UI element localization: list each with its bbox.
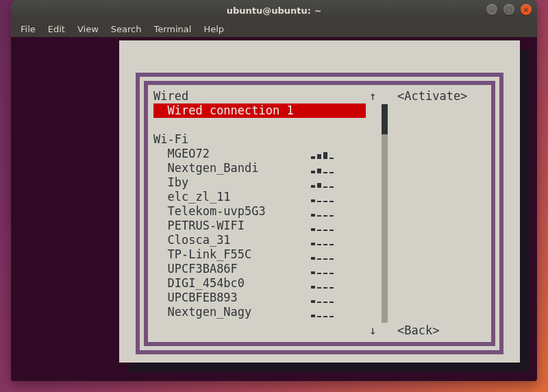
signal-icon [311, 307, 338, 317]
menu-search[interactable]: Search [105, 23, 147, 36]
signal-icon [311, 163, 338, 173]
wifi-label: elc_zl_11 [167, 190, 311, 204]
signal-icon [311, 149, 338, 159]
wifi-item[interactable]: DIGI_454bc0 [153, 276, 366, 291]
wifi-label: Closca_31 [167, 233, 311, 247]
wifi-label: UPCBFEB893 [167, 291, 311, 305]
connection-list[interactable]: Wired Wired connection 1 Wi-Fi MGEO72 Ne… [153, 89, 366, 338]
wired-item-label: Wired connection 1 [167, 103, 293, 117]
scroll-down-arrow-icon[interactable]: ↓ [366, 323, 379, 338]
wifi-item[interactable]: UPCBFEB893 [153, 291, 366, 305]
menu-help[interactable]: Help [198, 23, 229, 36]
wifi-label: Nextgen_Bandi [167, 161, 311, 175]
nmtui-panel: Wired Wired connection 1 Wi-Fi MGEO72 Ne… [119, 40, 520, 363]
wifi-label: MGEO72 [167, 147, 311, 161]
maximize-icon: ▢ [506, 6, 512, 14]
spacer-row [153, 118, 366, 132]
wifi-item[interactable]: MGEO72 [153, 147, 366, 161]
menu-edit[interactable]: Edit [42, 23, 71, 36]
close-icon: ✕ [523, 6, 529, 14]
wifi-label: Nextgen_Nagy [167, 305, 311, 319]
wifi-label: Telekom-uvp5G3 [167, 204, 311, 219]
close-button[interactable]: ✕ [521, 4, 532, 15]
window-controls: – ▢ ✕ [486, 4, 532, 15]
signal-icon [311, 177, 338, 188]
wired-connection-item[interactable]: Wired connection 1 [153, 103, 366, 118]
titlebar[interactable]: ubuntu@ubuntu: ~ – ▢ ✕ [11, 0, 537, 21]
maximize-button[interactable]: ▢ [503, 4, 514, 15]
signal-icon [311, 249, 338, 260]
wired-header: Wired [153, 89, 366, 103]
scrollbar[interactable] [382, 104, 388, 323]
menubar: File Edit View Search Terminal Help [11, 21, 537, 37]
wifi-item[interactable]: Nextgen_Bandi [153, 161, 366, 175]
signal-icon [311, 192, 338, 202]
signal-icon [311, 235, 338, 245]
menu-view[interactable]: View [72, 23, 104, 36]
menu-terminal[interactable]: Terminal [148, 23, 197, 36]
wifi-header: Wi-Fi [153, 132, 366, 147]
signal-icon [311, 264, 338, 274]
scrollbar-track[interactable] [379, 89, 389, 338]
wifi-item[interactable]: Iby [153, 175, 366, 190]
wifi-item[interactable]: elc_zl_11 [153, 190, 366, 204]
activate-button[interactable]: <Activate> [397, 89, 480, 103]
wifi-label: PETRUS-WIFI [167, 219, 311, 233]
content: Wired Wired connection 1 Wi-Fi MGEO72 Ne… [153, 89, 487, 338]
minimize-icon: – [490, 6, 494, 14]
arrow-column: ↑ ↓ [366, 89, 379, 338]
terminal-window: ubuntu@ubuntu: ~ – ▢ ✕ File Edit View Se… [11, 0, 537, 381]
wifi-label: DIGI_454bc0 [167, 276, 311, 291]
wifi-item[interactable]: PETRUS-WIFI [153, 219, 366, 233]
window-title: ubuntu@ubuntu: ~ [11, 5, 537, 16]
outer-frame: Wired Wired connection 1 Wi-Fi MGEO72 Ne… [136, 73, 503, 354]
menu-file[interactable]: File [15, 23, 41, 36]
wifi-item[interactable]: Closca_31 [153, 233, 366, 247]
signal-icon [311, 221, 338, 231]
wifi-item[interactable]: UPCF3BA86F [153, 262, 366, 276]
wifi-label: UPCF3BA86F [167, 262, 311, 276]
scroll-up-arrow-icon[interactable]: ↑ [366, 89, 379, 103]
wifi-label: Iby [167, 175, 311, 190]
signal-icon [311, 278, 338, 289]
scrollbar-thumb[interactable] [382, 104, 388, 134]
wifi-label: TP-Link_F55C [167, 247, 311, 262]
wifi-item[interactable]: Nextgen_Nagy [153, 305, 366, 319]
inner-frame: Wired Wired connection 1 Wi-Fi MGEO72 Ne… [144, 81, 495, 346]
signal-icon [311, 206, 338, 217]
signal-icon [311, 293, 338, 303]
minimize-button[interactable]: – [486, 4, 497, 15]
wifi-item[interactable]: TP-Link_F55C [153, 247, 366, 262]
wifi-item[interactable]: Telekom-uvp5G3 [153, 204, 366, 219]
action-column: <Activate> <Back> [397, 89, 480, 338]
back-button[interactable]: <Back> [397, 323, 480, 338]
